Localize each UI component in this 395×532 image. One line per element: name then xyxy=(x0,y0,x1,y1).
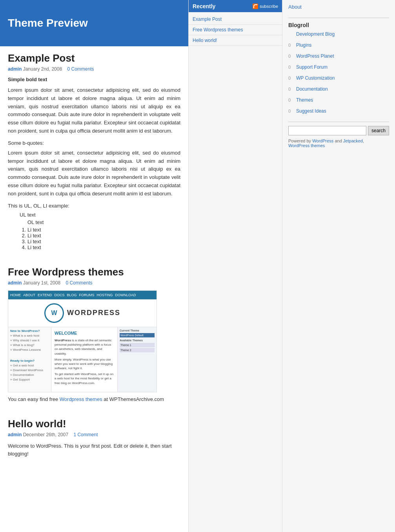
recently-item-2[interactable]: Hello world! xyxy=(189,35,282,46)
blogroll-count-1: 0 xyxy=(288,43,294,47)
wp-themes-link[interactable]: WordPress themes xyxy=(288,143,325,148)
hello-world-body: Welcome to WordPress. This is your first… xyxy=(8,442,180,459)
blogroll-item-2: 0 WordPress Planet xyxy=(288,53,389,59)
screenshot-sidebar: New to WordPress? » What is a web host »… xyxy=(8,327,51,392)
sidebar-text-4: » What is a blog? xyxy=(10,343,49,347)
main-text-1: WordPress is a state-of-the-art semantic… xyxy=(55,338,114,356)
blogroll-count-7: 0 xyxy=(288,109,294,113)
post-author-hello[interactable]: admin xyxy=(8,432,22,437)
list-item: Li text xyxy=(27,233,180,239)
post-author-wp-themes[interactable]: admin xyxy=(8,280,22,286)
post-date-wp-themes: January 1st, 2008 xyxy=(23,280,60,286)
themes-link[interactable]: Wordpress themes xyxy=(60,396,102,402)
ul-text: UL text xyxy=(20,212,180,218)
powered-by-text: Powered by xyxy=(288,138,311,143)
blogroll-item-3: 0 Support Forum xyxy=(288,64,389,70)
blogroll-count-2: 0 xyxy=(288,54,294,58)
blogroll-link-1[interactable]: Plugins xyxy=(296,42,311,48)
blogroll-link-5[interactable]: Documentation xyxy=(296,86,328,92)
post-example: Example Post admin January 2nd, 2008 0 C… xyxy=(8,52,180,250)
post-meta-example: admin January 2nd, 2008 0 Comments xyxy=(8,66,180,72)
subscribe-area[interactable]: subscribe xyxy=(253,4,278,9)
sidebar-text-1: New to WordPress? xyxy=(10,329,49,333)
theme-box: WordPress Default xyxy=(120,333,155,337)
recently-list: Example Post Free Wordpress themes Hello… xyxy=(189,12,282,48)
blogroll-link-7[interactable]: Suggest Ideas xyxy=(296,108,326,114)
sidebar-text-9: » Documentation xyxy=(10,373,49,377)
blogroll-item-6: 0 Themes xyxy=(288,97,389,103)
search-input-row: search xyxy=(288,126,389,135)
find-text: You can easy find free xyxy=(8,396,58,402)
screenshot-nav: HOME ABOUT EXTEND DOCS BLOG FORUMS HOSTI… xyxy=(8,291,157,299)
about-link[interactable]: About xyxy=(288,4,389,10)
search-button[interactable]: search xyxy=(368,126,389,135)
middle-panel: Recently subscribe Example Post Free Wor… xyxy=(188,0,282,532)
recently-item-1[interactable]: Free Wordpress themes xyxy=(189,25,282,35)
main-content: Example Post admin January 2nd, 2008 0 C… xyxy=(0,46,188,480)
ul-ol-section: UL text OL text xyxy=(20,212,180,225)
post-hello-world: Hello world! admin December 26th, 2007 1… xyxy=(8,418,180,459)
main-text-2: More simply, WordPress is what you use w… xyxy=(55,357,114,371)
find-text2: at WPThemesArchive.com xyxy=(104,396,164,402)
right-panel: About Blogroll Development Blog 0 Plugin… xyxy=(282,0,395,532)
find-themes-text: You can easy find free Wordpress themes … xyxy=(8,396,180,402)
blogroll-item-0: Development Blog xyxy=(288,31,389,37)
blogroll-link-0[interactable]: Development Blog xyxy=(296,31,335,37)
post-author-example[interactable]: admin xyxy=(8,66,22,72)
blogroll-item-4: 0 WP Customization xyxy=(288,75,389,81)
blogroll-widget: Blogroll Development Blog 0 Plugins 0 Wo… xyxy=(288,22,389,114)
nav-blog: BLOG xyxy=(67,293,77,297)
nav-docs: DOCS xyxy=(55,293,65,297)
blogroll-title: Blogroll xyxy=(288,22,389,28)
blogroll-count-4: 0 xyxy=(288,76,294,80)
screenshot-main: WELCOME WordPress is a state-of-the-art … xyxy=(51,327,117,392)
post-bold-text: Simple bold text xyxy=(8,77,180,82)
post-comments-example[interactable]: 0 Comments xyxy=(67,66,94,72)
theme-header: Theme Preview xyxy=(0,0,188,46)
blogroll-item-1: 0 Plugins xyxy=(288,42,389,48)
blogroll-link-2[interactable]: WordPress Planet xyxy=(296,53,334,59)
post-comments-wp-themes[interactable]: 0 Comments xyxy=(66,280,92,286)
recently-item-0[interactable]: Example Post xyxy=(189,14,282,25)
sidebar-text-6: Ready to begin? xyxy=(10,359,49,363)
blogroll-link-6[interactable]: Themes xyxy=(296,97,313,103)
rss-icon xyxy=(253,4,258,9)
nav-hosting: HOSTING xyxy=(97,293,113,297)
sidebar-text-7: » Get a web host xyxy=(10,364,49,367)
nav-home: HOME xyxy=(10,293,21,297)
sidebar-text-2: » What is a web host xyxy=(10,334,49,337)
wordpress-link[interactable]: WordPress xyxy=(312,138,333,143)
post-comments-hello[interactable]: 1 Comment xyxy=(73,432,98,437)
sidebar-text-8: » Download WordPress xyxy=(10,368,49,372)
blogroll-item-5: 0 Documentation xyxy=(288,86,389,92)
post-title-hello: Hello world! xyxy=(8,418,180,430)
post-title-wp-themes: Free Wordpress themes xyxy=(8,266,180,278)
left-panel: Theme Preview Example Post admin January… xyxy=(0,0,188,532)
nav-forums: FORUMS xyxy=(79,293,95,297)
nav-download: DOWNLOAD xyxy=(115,293,136,297)
post-wp-themes: Free Wordpress themes admin January 1st,… xyxy=(8,266,180,402)
post-body2: Lorem ipsum dolor sit amet, consectetur … xyxy=(8,149,180,198)
jetpacked-link[interactable]: Jetpacked xyxy=(343,138,363,143)
recently-header: Recently subscribe xyxy=(189,0,282,12)
list-item: Li text xyxy=(27,239,180,244)
main-text-3: To get started with WordPress, set it up… xyxy=(55,372,114,385)
blogroll-count-5: 0 xyxy=(288,87,294,91)
search-input[interactable] xyxy=(288,126,366,135)
about-widget: About xyxy=(288,4,389,10)
post-meta-hello: admin December 26th, 2007 1 Comment xyxy=(8,432,180,437)
sidebar-text-5: » WordPress Lessons xyxy=(10,348,49,352)
screenshot-right: Current Theme WordPress Default Availabl… xyxy=(117,327,157,392)
powered-by: Powered by WordPress and Jetpacked, Word… xyxy=(288,138,389,148)
recently-title: Recently xyxy=(193,3,215,9)
subscribe-text: subscribe xyxy=(260,4,278,9)
blogroll-item-7: 0 Suggest Ideas xyxy=(288,108,389,114)
divider-1 xyxy=(288,18,389,18)
blogroll-count-3: 0 xyxy=(288,65,294,69)
post-date-example: January 2nd, 2008 xyxy=(23,66,62,72)
blogroll-link-4[interactable]: WP Customization xyxy=(296,75,335,81)
and-text: and xyxy=(335,138,342,143)
blogroll-link-3[interactable]: Support Forum xyxy=(296,64,328,70)
blogroll-count-6: 0 xyxy=(288,98,294,102)
list-item: Li text xyxy=(27,227,180,233)
